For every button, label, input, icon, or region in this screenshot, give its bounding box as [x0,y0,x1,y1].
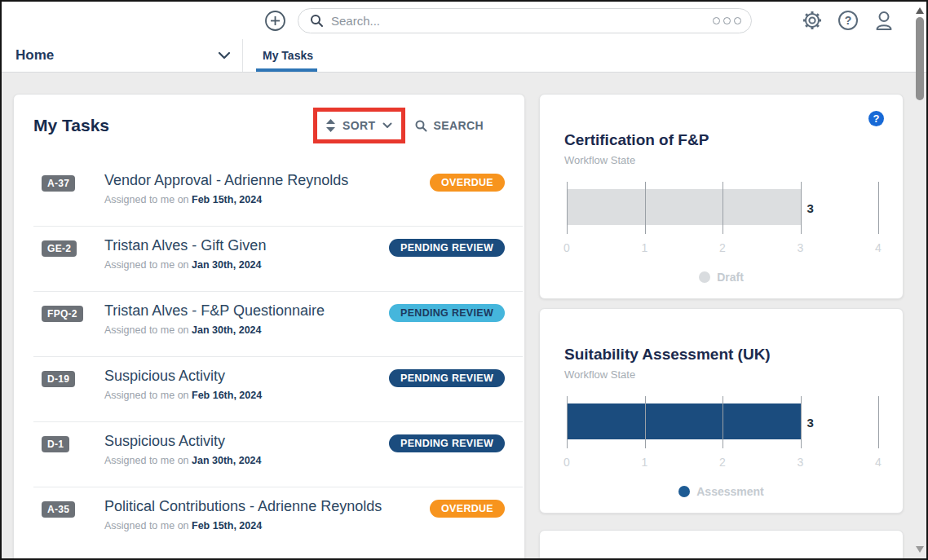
main-content: My Tasks SORT [2,73,926,558]
chart-bar [567,403,801,439]
legend-dot [699,271,710,283]
tick-label: 0 [563,241,570,254]
bar-chart: 3 [567,396,878,448]
gridline [878,396,879,448]
question-circle-icon: ? [837,9,860,32]
task-list-item[interactable]: GE-2 Tristan Alves - Gift Given Assigned… [33,227,523,292]
gridline [645,182,646,234]
search-input[interactable] [331,14,713,28]
gridline [801,396,802,448]
sort-button[interactable]: SORT [326,119,393,132]
help-button[interactable]: ? [837,9,860,32]
task-title: Tristan Alves - F&P Questionnaire [104,302,389,320]
task-id-badge: FPQ-2 [42,306,83,322]
task-id-badge: D-19 [42,371,75,387]
chart-subtitle: Workflow State [564,154,880,166]
task-title: Tristan Alves - Gift Given [104,236,389,255]
x-axis-ticks: 01234 [567,241,878,255]
annotation-highlight: SORT [313,108,406,143]
tab-my-tasks[interactable]: My Tasks [253,39,323,72]
status-badge: PENDING REVIEW [389,239,505,257]
scroll-up-arrow[interactable] [916,7,924,14]
chart-title: Certification of F&P [564,131,880,149]
bar-value-label: 3 [807,201,814,215]
task-list: A-37 Vendor Approval - Adrienne Reynolds… [14,161,524,553]
svg-text:?: ? [845,14,852,27]
help-icon[interactable]: ? [868,111,884,126]
global-search [298,8,752,33]
task-list-item[interactable]: A-37 Vendor Approval - Adrienne Reynolds… [33,161,523,227]
account-button[interactable] [873,9,895,32]
top-bar: ? [2,2,926,39]
scrollbar-thumb[interactable] [916,17,924,100]
plus-circle-icon [264,10,286,32]
my-tasks-panel: My Tasks SORT [13,94,525,558]
tick-label: 1 [642,241,648,254]
tick-label: 4 [875,241,882,254]
task-id-badge: D-1 [42,436,69,452]
task-assigned-text: Assigned to me on Jan 30th, 2024 [104,324,389,336]
task-title: Suspicious Activity [104,432,389,451]
chart-subtitle: Workflow State [564,368,880,381]
nav-bar: Home My Tasks [2,39,926,73]
gridline [878,182,879,234]
task-list-item[interactable]: D-19 Suspicious Activity Assigned to me … [33,357,523,422]
tick-label: 4 [875,456,882,469]
task-id-badge: A-37 [42,175,75,192]
home-dropdown[interactable]: Home [2,39,243,72]
status-badge: PENDING REVIEW [389,369,505,387]
status-badge: OVERDUE [430,174,505,192]
chart-card-certification: ? Certification of F&P Workflow State 3 … [539,94,904,299]
tick-label: 3 [798,456,804,469]
task-assigned-text: Assigned to me on Feb 15th, 2024 [104,520,430,531]
gridline [567,182,568,234]
task-list-item[interactable]: FPQ-2 Tristan Alves - F&P Questionnaire … [33,292,523,357]
sort-arrows-icon [326,119,335,132]
task-title: Political Contributions - Adrienne Reyno… [104,497,430,516]
create-button[interactable] [264,10,286,32]
status-badge: PENDING REVIEW [389,434,505,452]
bar-chart: 3 [567,182,878,234]
status-badge: PENDING REVIEW [389,304,505,322]
kebab-icon[interactable] [713,17,741,24]
scroll-down-arrow[interactable] [916,546,924,553]
tick-label: 2 [719,456,726,469]
tick-label: 1 [642,456,648,469]
page-title: My Tasks [33,116,313,135]
user-icon [873,9,895,32]
tick-label: 0 [563,456,570,469]
task-assigned-text: Assigned to me on Feb 15th, 2024 [104,194,430,205]
task-id-badge: A-35 [42,501,75,518]
task-list-item[interactable]: D-1 Suspicious Activity Assigned to me o… [33,422,523,487]
task-assigned-text: Assigned to me on Feb 16th, 2024 [104,390,389,401]
gridline [723,396,723,448]
task-id-badge: GE-2 [42,240,77,257]
tick-label: 2 [719,241,726,254]
page-scrollbar [913,2,926,558]
chart-title: Suitability Assessment (UK) [564,346,880,364]
chevron-down-icon [382,122,392,129]
x-axis-ticks: 01234 [567,456,878,470]
gridline [645,396,646,448]
gridline [723,182,723,234]
panel-search-button[interactable]: SEARCH [415,119,484,132]
task-title: Vendor Approval - Adrienne Reynolds [104,171,430,190]
legend-dot [678,486,690,497]
bar-value-label: 3 [807,416,814,430]
chart-bar [567,189,801,225]
chart-card-suitability: Suitability Assessment (UK) Workflow Sta… [539,308,904,514]
task-list-item[interactable]: A-35 Political Contributions - Adrienne … [33,487,523,553]
search-icon [310,14,324,28]
gridline [567,396,568,448]
status-badge: OVERDUE [430,500,505,518]
tick-label: 3 [798,241,804,254]
task-assigned-text: Assigned to me on Jan 30th, 2024 [104,455,389,466]
legend-label: Assessment [696,485,764,498]
task-title: Suspicious Activity [104,367,389,386]
settings-button[interactable] [801,9,824,32]
gridline [801,182,802,234]
chart-legend: Draft [540,271,903,284]
legend-label: Draft [717,271,744,284]
chevron-down-icon [218,51,231,60]
active-tab-underline [256,68,317,72]
